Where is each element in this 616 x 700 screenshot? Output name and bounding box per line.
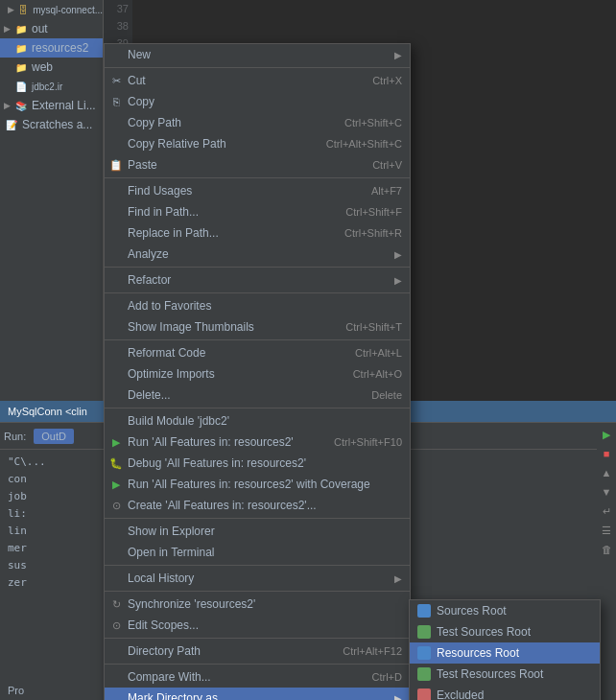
menu-item-mark-directory[interactable]: Mark Directory as ▶: [105, 688, 410, 700]
separator-9: [105, 591, 410, 592]
menu-item-debug[interactable]: 🐛 Debug 'All Features in: resources2': [105, 453, 410, 474]
shortcut-optimize: Ctrl+Alt+O: [353, 368, 402, 380]
status-text: MySqlConn <clin: [8, 406, 87, 417]
menu-label-refactor: Refactor: [128, 273, 171, 287]
arrow-icon-mark: ▶: [394, 693, 402, 701]
menu-item-reformat[interactable]: Reformat Code Ctrl+Alt+L: [105, 342, 410, 363]
menu-item-add-favorites[interactable]: Add to Favorites: [105, 295, 410, 316]
menu-label-local-history: Local History: [128, 572, 194, 585]
menu-item-open-terminal[interactable]: Open in Terminal: [105, 542, 410, 563]
menu-label-show-explorer: Show in Explorer: [128, 525, 215, 538]
shortcut-copy-path: Ctrl+Shift+C: [344, 117, 402, 128]
menu-item-show-explorer[interactable]: Show in Explorer: [105, 521, 410, 542]
menu-label-reformat: Reformat Code: [128, 346, 205, 360]
menu-item-optimize[interactable]: Optimize Imports Ctrl+Alt+O: [105, 363, 410, 385]
menu-item-refactor[interactable]: Refactor ▶: [105, 269, 410, 291]
menu-label-delete: Delete...: [128, 388, 171, 402]
menu-item-find-in-path[interactable]: Find in Path... Ctrl+Shift+F: [105, 201, 410, 222]
submenu-item-excluded[interactable]: Excluded: [410, 685, 600, 700]
submenu-item-sources-root[interactable]: Sources Root: [410, 600, 600, 621]
scopes-icon: ⊙: [108, 618, 124, 633]
menu-item-show-thumbnails[interactable]: Show Image Thumbnails Ctrl+Shift+T: [105, 316, 410, 338]
folder-icon-out: 📁: [13, 21, 29, 36]
menu-item-paste[interactable]: 📋 Paste Ctrl+V: [105, 154, 410, 175]
separator-10: [105, 638, 410, 639]
run-tab[interactable]: OutD: [34, 429, 74, 444]
tree-label: mysql-connect...: [33, 5, 103, 15]
tree-label-web: web: [32, 60, 53, 74]
shortcut-paste: Ctrl+V: [372, 159, 402, 171]
run-icon-up[interactable]: ▲: [599, 465, 614, 480]
menu-label-directory-path: Directory Path: [128, 644, 201, 658]
menu-item-run-coverage[interactable]: ▶ Run 'All Features in: resources2' with…: [105, 474, 410, 495]
tree-item-web[interactable]: 📁 web: [0, 58, 103, 77]
menu-item-create[interactable]: ⊙ Create 'All Features in: resources2'..…: [105, 495, 410, 516]
menu-item-new[interactable]: New ▶: [105, 44, 410, 65]
menu-item-cut[interactable]: ✂ Cut Ctrl+X: [105, 70, 410, 91]
cut-icon: ✂: [108, 73, 124, 88]
shortcut-thumbnails: Ctrl+Shift+T: [345, 321, 402, 333]
ide-background: ▶ 🗄 mysql-connect... ▶ 📁 out 📁 resources…: [0, 0, 616, 700]
menu-item-synchronize[interactable]: ↻ Synchronize 'resources2': [105, 594, 410, 615]
menu-item-find-usages[interactable]: Find Usages Alt+F7: [105, 180, 410, 201]
tree-item-scratches[interactable]: 📝 Scratches a...: [0, 115, 103, 134]
menu-label-debug: Debug 'All Features in: resources2': [128, 456, 306, 470]
folder-icon-resources: 📁: [13, 40, 29, 56]
tree-arrow-out: ▶: [4, 24, 13, 34]
menu-item-replace-in-path[interactable]: Replace in Path... Ctrl+Shift+R: [105, 222, 410, 244]
tree-item-external[interactable]: ▶ 📚 External Li...: [0, 96, 103, 115]
submenu-item-test-resources[interactable]: Test Resources Root: [410, 664, 600, 685]
menu-label-copy-relative: Copy Relative Path: [128, 137, 226, 151]
separator-7: [105, 518, 410, 519]
run-icon-down[interactable]: ▼: [599, 484, 614, 500]
menu-item-copy-path[interactable]: Copy Path Ctrl+Shift+C: [105, 112, 410, 133]
file-icon-jdbc: 📄: [13, 79, 29, 94]
menu-item-run[interactable]: ▶ Run 'All Features in: resources2' Ctrl…: [105, 432, 410, 453]
separator-8: [105, 565, 410, 566]
context-menu: New ▶ ✂ Cut Ctrl+X ⎘ Copy Copy Path Ctrl…: [104, 43, 411, 700]
run-icon-stop[interactable]: ■: [599, 446, 614, 461]
tree-label-jdbc: jdbc2.ir: [32, 82, 62, 92]
separator-2: [105, 177, 410, 178]
menu-item-copy[interactable]: ⎘ Copy: [105, 91, 410, 112]
menu-item-copy-relative[interactable]: Copy Relative Path Ctrl+Alt+Shift+C: [105, 133, 410, 154]
separator-1: [105, 67, 410, 68]
arrow-icon-new: ▶: [394, 50, 402, 60]
menu-label-build: Build Module 'jdbc2': [128, 414, 229, 428]
submenu-item-test-sources[interactable]: Test Sources Root: [410, 621, 600, 642]
menu-label-synchronize: Synchronize 'resources2': [128, 597, 255, 611]
submenu-item-resources-root[interactable]: Resources Root: [410, 642, 600, 664]
arrow-icon-refactor: ▶: [394, 275, 402, 286]
menu-item-build[interactable]: Build Module 'jdbc2': [105, 410, 410, 432]
tree-item-jdbc[interactable]: 📄 jdbc2.ir: [0, 77, 103, 96]
menu-item-directory-path[interactable]: Directory Path Ctrl+Alt+F12: [105, 641, 410, 662]
tree-label-scratches: Scratches a...: [22, 118, 92, 131]
tree-item-resources2[interactable]: 📁 resources2: [0, 38, 103, 58]
test-resources-icon: [417, 667, 431, 681]
menu-item-compare[interactable]: Compare With... Ctrl+D: [105, 666, 410, 688]
menu-label-find-usages: Find Usages: [128, 184, 192, 198]
shortcut-delete: Delete: [371, 389, 402, 401]
menu-item-local-history[interactable]: Local History ▶: [105, 568, 410, 589]
folder-icon-web: 📁: [13, 59, 29, 75]
arrow-icon-history: ▶: [394, 573, 402, 584]
menu-label-run: Run 'All Features in: resources2': [128, 435, 294, 449]
shortcut-compare: Ctrl+D: [372, 671, 402, 683]
project-tree: ▶ 🗄 mysql-connect... ▶ 📁 out 📁 resources…: [0, 0, 104, 422]
create-icon: ⊙: [108, 498, 124, 513]
test-sources-icon: [417, 625, 431, 639]
tree-item-out[interactable]: ▶ 📁 out: [0, 19, 103, 38]
run-icon-clear[interactable]: 🗑: [599, 542, 614, 557]
run-icon-wrap[interactable]: ↵: [599, 503, 614, 519]
run-icon-list[interactable]: ☰: [599, 523, 614, 538]
menu-label-optimize: Optimize Imports: [128, 367, 215, 381]
copy-icon: ⎘: [108, 94, 124, 109]
menu-item-edit-scopes[interactable]: ⊙ Edit Scopes...: [105, 615, 410, 636]
menu-item-analyze[interactable]: Analyze ▶: [105, 244, 410, 265]
tree-arrow-ext: ▶: [4, 101, 13, 110]
debug-icon: 🐛: [108, 455, 124, 471]
tree-item-jar[interactable]: ▶ 🗄 mysql-connect...: [0, 0, 103, 19]
run-icon: ▶: [108, 434, 124, 450]
menu-item-delete[interactable]: Delete... Delete: [105, 385, 410, 406]
run-icon-play[interactable]: ▶: [599, 427, 614, 442]
